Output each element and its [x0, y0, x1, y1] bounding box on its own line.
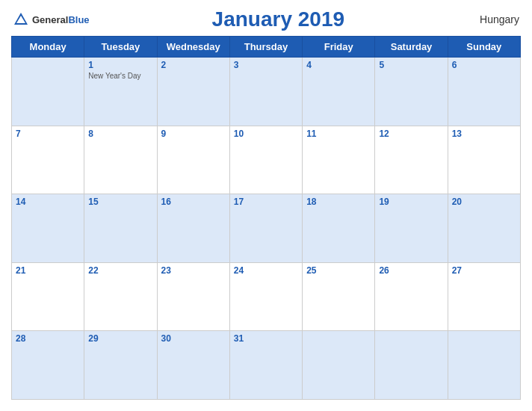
calendar-cell: 1New Year's Day: [84, 58, 157, 126]
cell-date-number: 3: [234, 60, 298, 70]
week-row: 14151617181920: [12, 194, 521, 263]
calendar-cell: 30: [157, 331, 229, 400]
day-header-thursday: Thursday: [229, 37, 302, 58]
calendar-cell: 8: [84, 126, 157, 194]
calendar-cell: 6: [448, 58, 520, 126]
logo-text: GeneralBlue: [32, 13, 90, 26]
cell-date-number: 10: [234, 129, 298, 139]
logo-general: General: [32, 14, 68, 25]
cell-date-number: 14: [16, 197, 80, 207]
cell-date-number: 19: [379, 197, 443, 207]
cell-date-number: 1: [88, 60, 152, 70]
calendar-cell: 27: [448, 262, 520, 331]
calendar-cell: 28: [12, 331, 84, 400]
cell-date-number: 22: [88, 265, 152, 276]
cell-date-number: 8: [88, 129, 152, 139]
day-header-friday: Friday: [303, 37, 375, 58]
cell-date-number: 5: [379, 60, 443, 70]
calendar-header: GeneralBlue January 2019 Hungary: [11, 7, 521, 31]
calendar-table: MondayTuesdayWednesdayThursdayFridaySatu…: [11, 36, 521, 400]
calendar-cell: 29: [84, 331, 157, 400]
calendar-cell: 25: [303, 262, 375, 331]
calendar-cell: [303, 331, 375, 400]
cell-date-number: 26: [379, 265, 443, 276]
calendar-cell: 13: [448, 126, 520, 194]
cell-date-number: 15: [88, 197, 152, 207]
cell-date-number: 7: [16, 129, 80, 139]
cell-date-number: 16: [161, 197, 226, 207]
cell-date-number: 13: [452, 129, 516, 139]
calendar-cell: 23: [157, 262, 229, 331]
calendar-cell: 15: [84, 194, 157, 263]
day-header-tuesday: Tuesday: [84, 37, 157, 58]
calendar-cell: 19: [375, 194, 448, 263]
calendar-cell: 3: [229, 58, 302, 126]
calendar-cell: 22: [84, 262, 157, 331]
calendar-cell: 12: [375, 126, 448, 194]
day-header-monday: Monday: [12, 37, 84, 58]
calendar-cell: 31: [229, 331, 302, 400]
calendar-cell: 21: [12, 262, 84, 331]
week-row: 28293031: [12, 331, 521, 400]
logo-icon: [13, 11, 29, 28]
calendar-cell: 17: [229, 194, 302, 263]
cell-date-number: 11: [306, 129, 371, 139]
calendar-cell: [375, 331, 448, 400]
week-row: 78910111213: [12, 126, 521, 194]
cell-date-number: 31: [234, 333, 298, 344]
day-header-sunday: Sunday: [448, 37, 520, 58]
cell-date-number: 28: [16, 333, 80, 344]
week-row: 1New Year's Day23456: [12, 58, 521, 126]
calendar-cell: 4: [303, 58, 375, 126]
logo-blue: Blue: [68, 14, 89, 25]
cell-date-number: 17: [234, 197, 298, 207]
day-header-saturday: Saturday: [375, 37, 448, 58]
cell-date-number: 27: [452, 265, 516, 276]
calendar-cell: [448, 331, 520, 400]
calendar-cell: 26: [375, 262, 448, 331]
cell-date-number: 29: [88, 333, 152, 344]
cell-date-number: 6: [452, 60, 516, 70]
cell-event-label: New Year's Day: [88, 72, 152, 80]
logo: GeneralBlue: [13, 11, 90, 28]
calendar-cell: 9: [157, 126, 229, 194]
cell-date-number: 25: [306, 265, 371, 276]
cell-date-number: 18: [306, 197, 371, 207]
calendar-cell: 5: [375, 58, 448, 126]
cell-date-number: 23: [161, 265, 226, 276]
day-header-wednesday: Wednesday: [157, 37, 229, 58]
cell-date-number: 24: [234, 265, 298, 276]
calendar-cell: 2: [157, 58, 229, 126]
calendar-cell: 7: [12, 126, 84, 194]
cell-date-number: 12: [379, 129, 443, 139]
cell-date-number: 9: [161, 129, 226, 139]
calendar-cell: 18: [303, 194, 375, 263]
calendar-cell: 24: [229, 262, 302, 331]
calendar-title: January 2019: [212, 7, 344, 31]
cell-date-number: 30: [161, 333, 226, 344]
calendar-cell: 20: [448, 194, 520, 263]
cell-date-number: 2: [161, 60, 226, 70]
calendar-cell: 10: [229, 126, 302, 194]
calendar-country: Hungary: [467, 13, 519, 25]
days-header-row: MondayTuesdayWednesdayThursdayFridaySatu…: [12, 37, 521, 58]
calendar-cell: 14: [12, 194, 84, 263]
week-row: 21222324252627: [12, 262, 521, 331]
cell-date-number: 20: [452, 197, 516, 207]
calendar-cell: 16: [157, 194, 229, 263]
cell-date-number: 4: [306, 60, 371, 70]
calendar-cell: [12, 58, 84, 126]
cell-date-number: 21: [16, 265, 80, 276]
calendar-cell: 11: [303, 126, 375, 194]
